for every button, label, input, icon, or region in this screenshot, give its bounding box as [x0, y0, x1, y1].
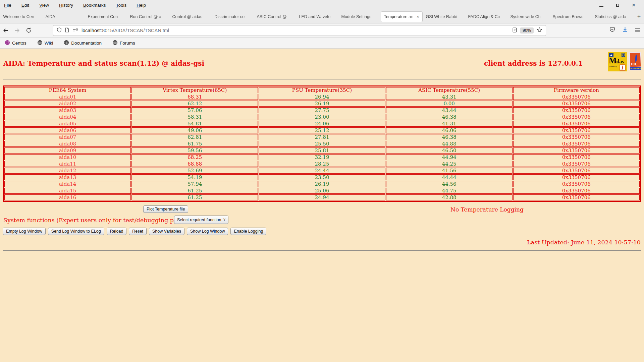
col-header-asic: ASIC Temperature(55C)	[386, 87, 513, 93]
tab-spectrum-browser[interactable]: Spectrum Brows	[550, 11, 592, 22]
tab-close-icon[interactable]: ×	[417, 14, 419, 19]
app-menu-icon[interactable]	[635, 28, 640, 32]
tcl-powered-logo: TCL POWERED	[629, 52, 641, 72]
tab-aida[interactable]: AIDA	[43, 11, 85, 22]
globe-icon	[112, 40, 118, 46]
tab-control[interactable]: Control @ aidas	[169, 11, 211, 22]
table-row: aida09 59.56 25.81 46.50 0x3350706	[4, 147, 640, 154]
table-header-row: FEE64 System Virtex Temperature(65C) PSU…	[4, 87, 640, 93]
centos-icon	[5, 40, 10, 46]
table-row: aida07 62.81 27.81 46.38 0x3350706	[4, 134, 640, 140]
menu-help[interactable]: Help	[137, 3, 146, 8]
table-row: aida11 68.88 28.25 44.25 0x3350706	[4, 161, 640, 167]
col-header-virtex: Virtex Temperature(65C)	[131, 87, 258, 93]
svg-text:TCL: TCL	[631, 62, 637, 66]
tab-asic-control[interactable]: ASIC Control @	[254, 11, 296, 22]
svg-text:TCL: TCL	[621, 69, 623, 70]
function-select[interactable]: Select required function	[174, 216, 228, 224]
enable-logging-button[interactable]: Enable Logging	[230, 228, 266, 235]
divider	[3, 250, 641, 251]
tab-welcome[interactable]: Welcome to Cen	[0, 11, 42, 22]
url-text[interactable]: localhost:8015/AIDA/TSCAN/TSCAN.tml	[82, 28, 169, 33]
navigation-toolbar: localhost:8015/AIDA/TSCAN/TSCAN.tml 90%	[0, 23, 644, 38]
divider	[3, 79, 641, 79]
svg-text:powered by: powered by	[609, 66, 617, 67]
url-bar[interactable]: localhost:8015/AIDA/TSCAN/TSCAN.tml 90%	[53, 25, 546, 36]
table-row: aida16 61.25 24.94 42.88 0x3350706	[4, 194, 640, 200]
tab-statistics[interactable]: Statistics @ aida	[592, 11, 634, 22]
url-path: :8015/AIDA/TSCAN/TSCAN.tml	[101, 28, 169, 33]
send-log-to-elog-button[interactable]: Send Log Window to ELog	[48, 228, 104, 235]
tab-led-waveform[interactable]: LED and Wavefo	[296, 11, 338, 22]
tab-system-wide[interactable]: System wide Ch	[507, 11, 549, 22]
new-tab-button[interactable]: +	[634, 12, 644, 22]
menu-file[interactable]: File	[4, 3, 11, 8]
tab-discriminator[interactable]: Discriminator co	[212, 11, 254, 22]
globe-icon	[64, 40, 69, 46]
permissions-icon[interactable]	[72, 28, 78, 33]
temperature-table: FEE64 System Virtex Temperature(65C) PSU…	[3, 85, 641, 202]
globe-icon	[37, 40, 43, 46]
empty-log-window-button[interactable]: Empty Log Window	[3, 228, 46, 235]
table-row: aida13 54.19 23.50 44.44 0x3350706	[4, 174, 640, 180]
tab-gsi-white-rabbit[interactable]: GSI White Rabbi	[423, 11, 465, 22]
table-row: aida12 52.69 24.44 41.56 0x3350706	[4, 168, 640, 174]
table-row: aida02 62.12 26.19 0.00 0x3350706	[4, 101, 640, 107]
bookmark-star-icon[interactable]	[537, 27, 542, 34]
menu-bar: File Edit View History Bookmarks Tools H…	[0, 0, 644, 10]
page-info-icon[interactable]	[65, 27, 69, 34]
table-row: aida08 61.75 25.50 44.88 0x3350706	[4, 141, 640, 147]
table-row: aida05 54.81 24.06 41.31 0x3350706	[4, 121, 640, 127]
client-address: client address is 127.0.0.1	[484, 59, 583, 67]
tab-fadc-align[interactable]: FADC Align & Co	[465, 11, 507, 22]
table-row: aida01 68.31 26.94 43.31 0x3350706	[4, 94, 640, 100]
tab-experiment[interactable]: Experiment Con	[85, 11, 127, 22]
svg-text:POWERED: POWERED	[631, 67, 641, 69]
forward-icon[interactable]	[11, 27, 23, 34]
menu-view[interactable]: View	[39, 3, 49, 8]
pocket-icon[interactable]	[609, 27, 615, 34]
bookmark-wiki[interactable]: Wiki	[37, 40, 53, 46]
page-content: AIDA: Temperature and status scan(1.12) …	[0, 49, 644, 362]
show-variables-button[interactable]: Show Variables	[149, 228, 184, 235]
table-row: aida10 68.25 32.19 44.94 0x3350706	[4, 154, 640, 160]
table-row: aida03 57.06 27.75 43.44 0x3350706	[4, 107, 640, 113]
show-log-window-button[interactable]: Show Log Window	[187, 228, 228, 235]
bookmarks-toolbar: Centos Wiki Documentation Forums	[0, 38, 644, 49]
menu-bookmarks[interactable]: Bookmarks	[83, 3, 106, 8]
tab-run-control[interactable]: Run Control @ a	[127, 11, 169, 22]
tab-temperature-active[interactable]: Temperature an ×	[381, 11, 423, 22]
minimize-button[interactable]	[598, 2, 605, 8]
maximize-button[interactable]	[614, 2, 621, 8]
table-row: aida04 58.31 23.00 46.38 0x3350706	[4, 114, 640, 120]
window-controls: ✕	[598, 2, 640, 8]
url-host: localhost	[82, 28, 101, 33]
back-icon[interactable]	[0, 27, 11, 34]
reset-button[interactable]: Reset	[129, 228, 147, 235]
col-header-psu: PSU Temperature(35C)	[259, 87, 385, 93]
menu-edit[interactable]: Edit	[21, 3, 29, 8]
plot-temperature-button[interactable]: Plot Temperature file	[143, 205, 188, 213]
bookmark-documentation[interactable]: Documentation	[64, 40, 102, 46]
shield-icon[interactable]	[57, 27, 62, 34]
reload-icon[interactable]	[23, 27, 34, 33]
bookmark-forums[interactable]: Forums	[112, 40, 135, 46]
table-row: aida14 57.94 26.19 44.56 0x3350706	[4, 181, 640, 187]
tab-bar: Welcome to Cen AIDA Experiment Con Run C…	[0, 10, 644, 23]
downloads-icon[interactable]	[622, 27, 628, 34]
midas-logo: M idas powered by TCL	[608, 52, 627, 73]
col-header-fee64: FEE64 System	[4, 87, 131, 93]
function-select-wrap: Select required function ∨	[174, 216, 228, 224]
table-row: aida06 49.06 25.12 46.06 0x3350706	[4, 127, 640, 133]
menu-history[interactable]: History	[59, 3, 73, 8]
menu-tools[interactable]: Tools	[116, 3, 127, 8]
table-row: aida15 61.25 25.06 44.75 0x3350706	[4, 188, 640, 194]
close-button[interactable]: ✕	[630, 2, 637, 8]
reader-mode-icon[interactable]	[513, 27, 517, 34]
reload-button[interactable]: Reload	[107, 228, 127, 235]
zoom-level-badge[interactable]: 90%	[520, 27, 534, 34]
svg-text:idas: idas	[615, 59, 624, 64]
bookmark-centos[interactable]: Centos	[5, 40, 26, 46]
page-title: AIDA: Temperature and status scan(1.12) …	[3, 59, 204, 67]
tab-module-settings[interactable]: Module Settings	[338, 11, 380, 22]
